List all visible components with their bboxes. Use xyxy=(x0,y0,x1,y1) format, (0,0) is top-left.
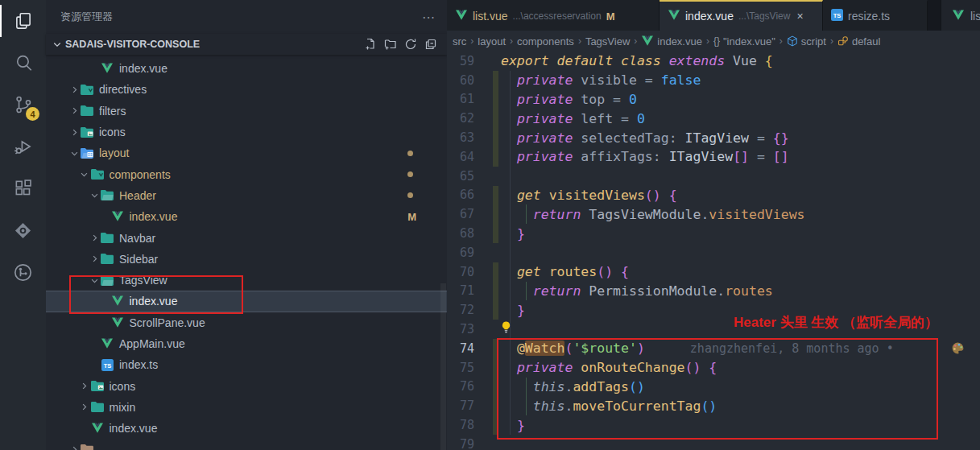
tree-item-partial[interactable] xyxy=(46,439,447,450)
tree-item-label: Navbar xyxy=(119,232,155,245)
explorer-icon[interactable] xyxy=(0,0,46,42)
tab-list.vue[interactable]: list.vue...\accessreservationM xyxy=(447,0,660,31)
tab-index.vue[interactable]: index.vue...\TagsView× xyxy=(660,0,823,31)
chevron-down-icon[interactable] xyxy=(79,170,90,179)
code-line-61[interactable]: 61 private top = 0 xyxy=(447,90,980,109)
code-line-64[interactable]: 64 private affixTags: ITagView[] = [] xyxy=(447,147,980,167)
code-line-74[interactable]: 74 @Watch('$route')zhangzhenfei, 8 month… xyxy=(447,339,980,358)
breadcrumb-item-src[interactable]: src xyxy=(453,35,466,47)
code-line-62[interactable]: 62 private left = 0 xyxy=(447,109,980,128)
chevron-down-icon[interactable] xyxy=(89,191,100,200)
line-number: 62 xyxy=(447,111,479,126)
source-control-icon[interactable]: 4 xyxy=(0,84,46,126)
chevron-right-icon[interactable] xyxy=(68,106,80,115)
tree-item-ScrollPane.vue[interactable]: ScrollPane.vue xyxy=(46,312,447,333)
code-line-73[interactable]: 73 xyxy=(447,320,980,339)
tree-item-Header[interactable]: Header xyxy=(46,185,447,206)
tab-resize.ts[interactable]: TSresize.ts xyxy=(823,0,928,31)
chevron-right-icon[interactable] xyxy=(89,233,100,242)
line-number: 77 xyxy=(447,398,479,413)
new-file-icon[interactable] xyxy=(364,38,377,51)
code-line-75[interactable]: 75 private onRouteChange() { xyxy=(447,358,980,378)
sidebar-title: 资源管理器 xyxy=(60,10,113,24)
tree-item-label: Sidebar xyxy=(119,253,158,266)
code-editor[interactable]: 59export default class extends Vue {60 p… xyxy=(447,52,980,450)
tree-item-index.vue[interactable]: index.vue xyxy=(46,58,447,79)
folder-vue-icon xyxy=(80,83,94,96)
new-folder-icon[interactable] xyxy=(384,38,397,51)
line-number: 63 xyxy=(447,130,479,145)
code-line-65[interactable]: 65 xyxy=(447,167,980,186)
code-line-70[interactable]: 70 get routes() { xyxy=(447,262,980,282)
gem-extension-icon[interactable] xyxy=(0,209,46,251)
tree-item-layout[interactable]: layout xyxy=(46,142,447,163)
workspace-section-header[interactable]: SADAIS-VISITOR-CONSOLE xyxy=(46,34,447,55)
code-line-78[interactable]: 78 } xyxy=(447,415,980,435)
tree-item-directives[interactable]: directives xyxy=(46,79,447,100)
breadcrumb-label: TagsView xyxy=(585,35,630,47)
chevron-right-icon[interactable] xyxy=(79,403,90,411)
vue-file-icon xyxy=(668,10,680,23)
code-line-76[interactable]: 76 this.addTags() xyxy=(447,378,980,397)
breadcrumb-item-components[interactable]: components xyxy=(517,35,574,47)
tree-item-Navbar[interactable]: Navbar xyxy=(46,227,447,248)
tab-lis-group2[interactable]: lis xyxy=(941,0,980,31)
breadcrumb-item-index.vue[interactable]: {}"index.vue" xyxy=(713,35,775,47)
tree-item-Sidebar[interactable]: Sidebar xyxy=(46,249,447,270)
code-line-79[interactable]: 79 xyxy=(447,435,980,450)
sidebar-scrollbar[interactable] xyxy=(440,283,446,450)
breadcrumb-label: components xyxy=(517,35,574,47)
graph-extension-icon[interactable] xyxy=(0,251,46,293)
chevron-right-icon[interactable] xyxy=(68,445,80,450)
collapse-folders-icon[interactable] xyxy=(424,38,437,51)
search-icon[interactable] xyxy=(0,42,46,84)
tree-item-icons[interactable]: icons xyxy=(46,375,447,396)
tree-item-filters[interactable]: filters xyxy=(46,101,447,122)
tree-item-mixin[interactable]: mixin xyxy=(46,397,447,418)
lightbulb-icon[interactable] xyxy=(499,320,513,337)
chevron-right-icon[interactable] xyxy=(79,382,90,390)
code-line-66[interactable]: 66 get visitedViews() { xyxy=(447,186,980,205)
breadcrumb-item-index.vue[interactable]: index.vue xyxy=(641,35,702,47)
breadcrumb-label: src xyxy=(453,35,466,47)
tree-item-AppMain.vue[interactable]: AppMain.vue xyxy=(46,333,447,354)
tree-item-components[interactable]: components xyxy=(46,163,447,184)
vue-file-icon xyxy=(952,10,965,23)
more-actions-icon[interactable]: ⋯ xyxy=(422,10,436,25)
breadcrumb-item-script[interactable]: script xyxy=(787,35,826,47)
extensions-icon[interactable] xyxy=(0,167,46,209)
code-line-59[interactable]: 59export default class extends Vue { xyxy=(447,52,980,71)
chevron-right-icon[interactable] xyxy=(89,254,100,263)
tree-item-index.vue[interactable]: index.vue xyxy=(46,291,447,312)
code-line-72[interactable]: 72 } xyxy=(447,300,980,320)
code-line-68[interactable]: 68 } xyxy=(447,224,980,243)
chevron-right-icon[interactable] xyxy=(68,128,80,137)
chevron-down-icon[interactable] xyxy=(68,149,80,158)
code-line-69[interactable]: 69 xyxy=(447,243,980,262)
breadcrumb-item-defaul[interactable]: defaul xyxy=(837,35,880,47)
vue-file-icon xyxy=(455,10,468,23)
folder-img-icon xyxy=(90,380,105,393)
tree-item-icons[interactable]: icons xyxy=(46,122,447,142)
file-tree: index.vuedirectivesfiltersiconslayoutcom… xyxy=(46,58,447,450)
code-line-67[interactable]: 67 return TagsViewModule.visitedViews xyxy=(447,204,980,224)
run-debug-icon[interactable] xyxy=(0,126,46,167)
line-number: 74 xyxy=(447,341,479,356)
line-number: 71 xyxy=(447,283,479,298)
chevron-down-icon[interactable] xyxy=(89,276,100,285)
code-line-71[interactable]: 71 return PermissionModule.routes xyxy=(447,282,980,301)
code-line-63[interactable]: 63 private selectedTag: ITagView = {} xyxy=(447,128,980,147)
tree-item-TagsView[interactable]: TagsView xyxy=(46,270,447,291)
code-line-60[interactable]: 60 private visible = false xyxy=(447,71,980,90)
tree-item-label: index.vue xyxy=(119,62,167,75)
tree-item-label: layout xyxy=(99,147,129,159)
breadcrumb-item-TagsView[interactable]: TagsView xyxy=(585,35,630,47)
code-line-77[interactable]: 77 this.moveToCurrentTag() xyxy=(447,396,980,415)
refresh-icon[interactable] xyxy=(404,38,417,51)
breadcrumb-item-layout[interactable]: layout xyxy=(478,35,506,47)
chevron-right-icon[interactable] xyxy=(68,85,80,94)
close-icon[interactable]: × xyxy=(796,10,803,23)
tree-item-index.vue[interactable]: index.vue xyxy=(46,418,447,439)
tree-item-index.vue[interactable]: index.vueM xyxy=(46,206,447,227)
tree-item-index.ts[interactable]: TSindex.ts xyxy=(46,354,447,375)
